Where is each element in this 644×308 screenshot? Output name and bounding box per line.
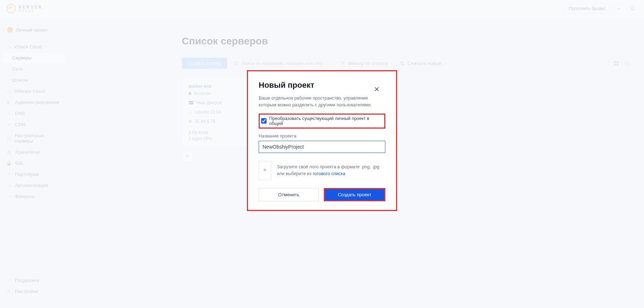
project-name-label: Название проекта [259, 134, 385, 139]
logo-preset-link[interactable]: готового списка [313, 171, 345, 176]
convert-checkbox-label: Преобразовать существующий личный проект… [269, 116, 381, 126]
modal-description: Ваше отдельное рабочее пространство, упр… [259, 95, 385, 109]
upload-logo-box[interactable]: + [259, 161, 271, 180]
create-project-button[interactable]: Создать проект [325, 189, 384, 200]
modal-title: Новый проект [259, 81, 385, 90]
close-icon[interactable] [373, 86, 380, 93]
convert-checkbox-row[interactable]: Преобразовать существующий личный проект… [259, 114, 385, 129]
convert-checkbox[interactable] [261, 118, 267, 124]
project-name-input[interactable] [259, 141, 385, 153]
upload-help-text: Загрузите своё лого проекта в формате .p… [277, 164, 385, 177]
new-project-modal: Новый проект Ваше отдельное рабочее прос… [247, 70, 397, 211]
cancel-button[interactable]: Отменить [259, 188, 319, 201]
